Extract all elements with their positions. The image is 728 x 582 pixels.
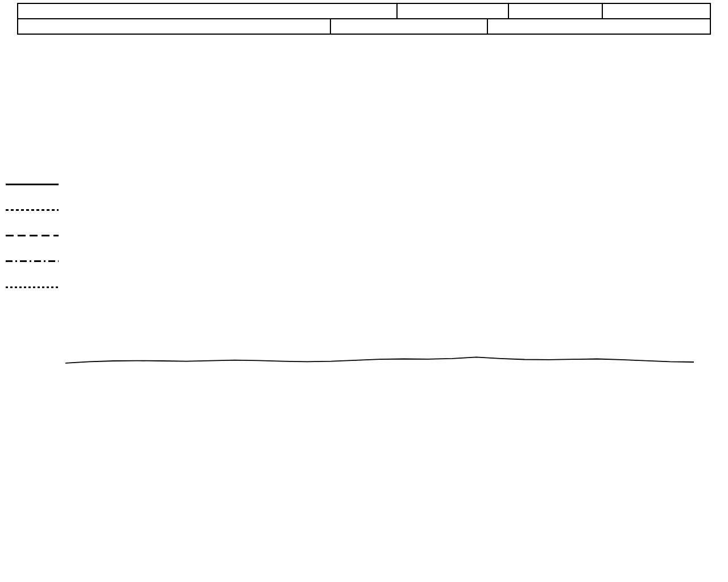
pressure-series xyxy=(65,357,694,363)
meteogram-chart xyxy=(0,0,728,582)
